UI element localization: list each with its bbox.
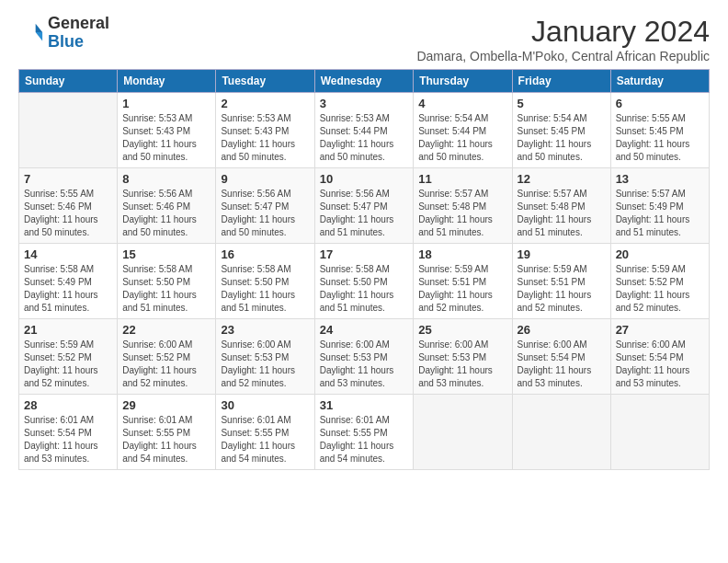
day-info: Sunrise: 5:53 AM Sunset: 5:43 PM Dayligh…: [221, 112, 309, 164]
month-title: January 2024: [416, 15, 710, 49]
day-cell: 31Sunrise: 6:01 AM Sunset: 5:55 PM Dayli…: [314, 395, 414, 470]
day-cell: 7Sunrise: 5:55 AM Sunset: 5:46 PM Daylig…: [19, 168, 118, 244]
week-row-2: 14Sunrise: 5:58 AM Sunset: 5:49 PM Dayli…: [19, 244, 710, 319]
day-info: Sunrise: 6:00 AM Sunset: 5:53 PM Dayligh…: [320, 339, 409, 390]
day-cell: 30Sunrise: 6:01 AM Sunset: 5:55 PM Dayli…: [216, 395, 314, 470]
day-info: Sunrise: 6:01 AM Sunset: 5:55 PM Dayligh…: [221, 414, 309, 465]
day-cell: 12Sunrise: 5:57 AM Sunset: 5:48 PM Dayli…: [512, 168, 610, 244]
calendar-container: General Blue January 2024 Damara, Ombell…: [0, 0, 728, 479]
col-sunday: Sunday: [19, 70, 118, 93]
day-info: Sunrise: 5:55 AM Sunset: 5:46 PM Dayligh…: [24, 188, 112, 239]
day-cell: [512, 395, 610, 470]
day-cell: 11Sunrise: 5:57 AM Sunset: 5:48 PM Dayli…: [414, 168, 512, 244]
day-number: 2: [221, 97, 309, 110]
day-info: Sunrise: 6:00 AM Sunset: 5:53 PM Dayligh…: [418, 339, 506, 390]
day-cell: 1Sunrise: 5:53 AM Sunset: 5:43 PM Daylig…: [118, 93, 216, 168]
day-cell: 29Sunrise: 6:01 AM Sunset: 5:55 PM Dayli…: [118, 395, 216, 470]
day-cell: 23Sunrise: 6:00 AM Sunset: 5:53 PM Dayli…: [216, 319, 314, 395]
day-cell: 2Sunrise: 5:53 AM Sunset: 5:43 PM Daylig…: [216, 93, 314, 168]
day-number: 16: [221, 247, 309, 261]
title-section: January 2024 Damara, Ombella-M'Poko, Cen…: [416, 15, 710, 63]
day-info: Sunrise: 5:57 AM Sunset: 5:49 PM Dayligh…: [616, 188, 704, 239]
day-cell: 13Sunrise: 5:57 AM Sunset: 5:49 PM Dayli…: [610, 168, 709, 244]
day-number: 12: [518, 172, 606, 186]
week-row-1: 7Sunrise: 5:55 AM Sunset: 5:46 PM Daylig…: [19, 168, 710, 244]
week-row-0: 1Sunrise: 5:53 AM Sunset: 5:43 PM Daylig…: [19, 93, 710, 168]
day-cell: 14Sunrise: 5:58 AM Sunset: 5:49 PM Dayli…: [19, 244, 118, 319]
calendar-body: 1Sunrise: 5:53 AM Sunset: 5:43 PM Daylig…: [19, 93, 710, 470]
day-number: 24: [320, 323, 409, 337]
day-cell: 24Sunrise: 6:00 AM Sunset: 5:53 PM Dayli…: [314, 319, 414, 395]
day-number: 15: [122, 247, 210, 261]
day-cell: 25Sunrise: 6:00 AM Sunset: 5:53 PM Dayli…: [414, 319, 512, 395]
day-cell: 8Sunrise: 5:56 AM Sunset: 5:46 PM Daylig…: [118, 168, 216, 244]
day-cell: 26Sunrise: 6:00 AM Sunset: 5:54 PM Dayli…: [512, 319, 610, 395]
col-friday: Friday: [512, 70, 610, 93]
week-row-4: 28Sunrise: 6:01 AM Sunset: 5:54 PM Dayli…: [19, 395, 710, 470]
day-info: Sunrise: 5:59 AM Sunset: 5:51 PM Dayligh…: [518, 263, 606, 315]
day-cell: 6Sunrise: 5:55 AM Sunset: 5:45 PM Daylig…: [610, 93, 709, 168]
day-number: 29: [122, 398, 210, 412]
day-info: Sunrise: 5:53 AM Sunset: 5:43 PM Dayligh…: [122, 112, 210, 164]
day-info: Sunrise: 6:01 AM Sunset: 5:55 PM Dayligh…: [320, 414, 409, 465]
day-info: Sunrise: 5:53 AM Sunset: 5:44 PM Dayligh…: [320, 112, 409, 164]
day-info: Sunrise: 5:58 AM Sunset: 5:50 PM Dayligh…: [320, 263, 409, 315]
day-info: Sunrise: 5:56 AM Sunset: 5:47 PM Dayligh…: [221, 188, 309, 239]
day-info: Sunrise: 5:59 AM Sunset: 5:51 PM Dayligh…: [418, 263, 506, 315]
day-number: 10: [320, 172, 409, 186]
day-number: 11: [418, 172, 506, 186]
day-cell: 19Sunrise: 5:59 AM Sunset: 5:51 PM Dayli…: [512, 244, 610, 319]
day-number: 20: [616, 247, 704, 261]
day-number: 23: [221, 323, 309, 337]
day-cell: [19, 93, 118, 168]
day-info: Sunrise: 5:58 AM Sunset: 5:50 PM Dayligh…: [122, 263, 210, 315]
day-number: 9: [221, 172, 309, 186]
day-info: Sunrise: 5:54 AM Sunset: 5:44 PM Dayligh…: [418, 112, 506, 164]
day-number: 4: [418, 97, 506, 110]
day-info: Sunrise: 5:58 AM Sunset: 5:50 PM Dayligh…: [221, 263, 309, 315]
day-number: 19: [518, 247, 606, 261]
day-cell: 5Sunrise: 5:54 AM Sunset: 5:45 PM Daylig…: [512, 93, 610, 168]
day-info: Sunrise: 6:00 AM Sunset: 5:53 PM Dayligh…: [221, 339, 309, 390]
day-info: Sunrise: 5:56 AM Sunset: 5:46 PM Dayligh…: [122, 188, 210, 239]
day-number: 28: [24, 398, 112, 412]
col-saturday: Saturday: [610, 70, 709, 93]
day-info: Sunrise: 5:54 AM Sunset: 5:45 PM Dayligh…: [518, 112, 606, 164]
day-cell: 22Sunrise: 6:00 AM Sunset: 5:52 PM Dayli…: [118, 319, 216, 395]
day-info: Sunrise: 6:00 AM Sunset: 5:52 PM Dayligh…: [122, 339, 210, 390]
day-info: Sunrise: 5:56 AM Sunset: 5:47 PM Dayligh…: [320, 188, 409, 239]
day-info: Sunrise: 5:59 AM Sunset: 5:52 PM Dayligh…: [24, 339, 112, 390]
day-info: Sunrise: 5:58 AM Sunset: 5:49 PM Dayligh…: [24, 263, 112, 315]
day-cell: 9Sunrise: 5:56 AM Sunset: 5:47 PM Daylig…: [216, 168, 314, 244]
day-info: Sunrise: 5:57 AM Sunset: 5:48 PM Dayligh…: [518, 188, 606, 239]
col-monday: Monday: [118, 70, 216, 93]
day-number: 27: [616, 323, 704, 337]
day-info: Sunrise: 6:00 AM Sunset: 5:54 PM Dayligh…: [518, 339, 606, 390]
day-cell: 18Sunrise: 5:59 AM Sunset: 5:51 PM Dayli…: [414, 244, 512, 319]
day-number: 17: [320, 247, 409, 261]
day-number: 13: [616, 172, 704, 186]
logo-text: General Blue: [48, 15, 109, 52]
day-number: 26: [518, 323, 606, 337]
calendar-header: Sunday Monday Tuesday Wednesday Thursday…: [19, 70, 710, 93]
day-number: 8: [122, 172, 210, 186]
day-number: 30: [221, 398, 309, 412]
day-info: Sunrise: 6:01 AM Sunset: 5:55 PM Dayligh…: [122, 414, 210, 465]
col-tuesday: Tuesday: [216, 70, 314, 93]
day-cell: 3Sunrise: 5:53 AM Sunset: 5:44 PM Daylig…: [314, 93, 414, 168]
day-number: 5: [518, 97, 606, 110]
day-number: 14: [24, 247, 112, 261]
day-number: 18: [418, 247, 506, 261]
day-info: Sunrise: 5:57 AM Sunset: 5:48 PM Dayligh…: [418, 188, 506, 239]
day-cell: 28Sunrise: 6:01 AM Sunset: 5:54 PM Dayli…: [19, 395, 118, 470]
subtitle: Damara, Ombella-M'Poko, Central African …: [416, 49, 710, 63]
week-row-3: 21Sunrise: 5:59 AM Sunset: 5:52 PM Dayli…: [19, 319, 710, 395]
day-cell: 16Sunrise: 5:58 AM Sunset: 5:50 PM Dayli…: [216, 244, 314, 319]
day-info: Sunrise: 5:55 AM Sunset: 5:45 PM Dayligh…: [616, 112, 704, 164]
day-cell: [610, 395, 709, 470]
col-wednesday: Wednesday: [314, 70, 414, 93]
header: General Blue January 2024 Damara, Ombell…: [18, 15, 710, 63]
day-cell: 17Sunrise: 5:58 AM Sunset: 5:50 PM Dayli…: [314, 244, 414, 319]
svg-marker-0: [36, 24, 42, 32]
day-number: 22: [122, 323, 210, 337]
